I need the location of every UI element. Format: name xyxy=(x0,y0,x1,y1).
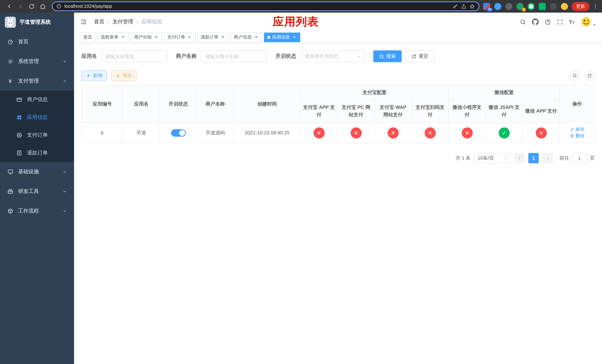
plus-icon xyxy=(86,73,91,78)
refresh-icon xyxy=(412,54,417,59)
tab-close-icon[interactable]: × xyxy=(292,35,297,40)
breadcrumb: 首页 / 支付管理 / 应用信息 xyxy=(94,19,162,25)
edit-button[interactable]: 修改 xyxy=(570,126,585,133)
col-group-wechat: 微信配置 xyxy=(449,85,559,99)
col-header-create-time: 创建时间 xyxy=(234,85,301,122)
tab-user-group[interactable]: 用户分组 × xyxy=(131,32,162,42)
tab-app-info[interactable]: 应用信息 × xyxy=(264,32,300,42)
chrome-update-button[interactable]: 更新 xyxy=(572,2,589,11)
chevron-down-icon xyxy=(63,169,67,174)
col-group-alipay: 支付宝配置 xyxy=(301,85,449,99)
extension-icon-1[interactable]: 10 xyxy=(483,3,490,10)
status-toggle[interactable] xyxy=(171,129,186,137)
extension-icon-6[interactable] xyxy=(550,3,557,10)
bookmark-star-icon[interactable] xyxy=(469,3,475,9)
active-tab-dot xyxy=(267,36,270,39)
page-content: 应用名 商户名称 开启状态 请选择开启状态 xyxy=(74,44,602,364)
tab-home[interactable]: 首页 xyxy=(80,32,96,42)
wechat-extension-icon[interactable] xyxy=(527,3,535,10)
extension-icon-4[interactable]: 1 xyxy=(516,3,524,10)
extension-icon-3[interactable] xyxy=(505,3,512,10)
export-button[interactable]: 导出 xyxy=(111,70,137,81)
dashboard-icon xyxy=(7,39,13,45)
reload-icon[interactable] xyxy=(27,1,36,11)
browser-menu-icon[interactable] xyxy=(592,3,598,9)
merchant-name-label: 商户名称 xyxy=(176,53,197,60)
address-bar[interactable]: localhost:1024/pay/app xyxy=(52,1,479,11)
alipay-qr-status-icon: ✕ xyxy=(424,127,436,138)
trash-icon xyxy=(570,134,574,138)
sidebar-item-merchant-info[interactable]: 商户信息 xyxy=(0,91,74,108)
breadcrumb-payment[interactable]: 支付管理 xyxy=(113,19,133,25)
fullscreen-icon[interactable] xyxy=(557,19,563,25)
search-icon[interactable] xyxy=(520,19,526,25)
sidebar-item-refund-orders[interactable]: 退款订单 xyxy=(0,144,74,162)
merchant-name-input[interactable] xyxy=(201,50,267,62)
app-logo[interactable]: 芋道管理系统 xyxy=(0,13,74,32)
document-icon xyxy=(16,150,22,156)
home-icon[interactable] xyxy=(38,1,47,11)
prev-page-button[interactable] xyxy=(514,153,525,163)
tab-close-icon[interactable]: × xyxy=(154,35,159,40)
add-button[interactable]: 新增 xyxy=(81,70,107,81)
share-icon[interactable] xyxy=(461,3,466,9)
sidebar-item-app-info[interactable]: 应用信息 xyxy=(0,108,74,126)
tab-close-icon[interactable]: × xyxy=(187,35,192,40)
col-header-status: 开启状态 xyxy=(160,85,197,122)
tab-pay-orders[interactable]: 支付订单 × xyxy=(164,32,195,42)
url-text[interactable]: localhost:1024/pay/app xyxy=(64,4,112,9)
tab-close-icon[interactable]: × xyxy=(220,35,226,40)
profile-face-icon[interactable] xyxy=(561,3,568,10)
search-button[interactable]: 搜索 xyxy=(373,50,402,62)
breadcrumb-separator: / xyxy=(108,19,109,25)
app-name-input[interactable] xyxy=(101,50,168,62)
collapse-sidebar-icon[interactable] xyxy=(80,18,87,26)
sidebar-item-home[interactable]: 首页 xyxy=(0,32,74,52)
alipay-pc-status-icon: ✕ xyxy=(350,127,362,138)
page-size-select[interactable]: 10条/页 xyxy=(474,153,511,163)
extension-icon-5[interactable] xyxy=(539,3,546,10)
wx-jsapi-status-icon: ✓ xyxy=(498,127,510,138)
tab-process-form[interactable]: 流程表单 × xyxy=(97,32,129,42)
logo-avatar xyxy=(5,17,16,28)
reset-button[interactable]: 重置 xyxy=(406,50,434,62)
status-select[interactable]: 请选择开启状态 xyxy=(300,50,365,62)
sidebar-item-payment[interactable]: ¥ 支付管理 xyxy=(0,71,74,91)
toggle-search-button[interactable] xyxy=(570,71,580,81)
tab-refund-orders[interactable]: 退款订单 × xyxy=(197,32,229,42)
refresh-table-button[interactable] xyxy=(585,71,595,81)
extensions-cluster: 10 1 xyxy=(483,3,568,10)
sidebar-item-pay-orders[interactable]: 支付订单 xyxy=(0,126,74,144)
breadcrumb-home[interactable]: 首页 xyxy=(94,19,104,25)
goto-page-input[interactable] xyxy=(572,153,587,163)
alipay-app-status-icon: ✕ xyxy=(313,127,324,138)
tab-close-icon[interactable]: × xyxy=(120,35,126,40)
wx-lite-status-icon: ✕ xyxy=(462,127,473,138)
sidebar-item-dev-tools[interactable]: 研发工具 xyxy=(0,182,74,201)
delete-button[interactable]: 删除 xyxy=(570,133,585,139)
refresh-icon xyxy=(587,73,592,78)
back-icon[interactable] xyxy=(4,1,14,11)
tab-close-icon[interactable]: × xyxy=(254,35,259,40)
coin-icon xyxy=(16,132,22,138)
sidebar-item-workflow[interactable]: 工作流程 xyxy=(0,201,74,221)
sidebar-item-system[interactable]: 系统管理 xyxy=(0,52,74,71)
font-size-icon[interactable]: TT xyxy=(569,19,575,25)
user-menu[interactable] xyxy=(580,16,596,27)
page-info-icon[interactable] xyxy=(56,4,62,9)
github-icon[interactable] xyxy=(532,19,538,25)
extension-icon-2[interactable] xyxy=(494,3,501,10)
cell-app-id: 6 xyxy=(82,122,123,143)
help-icon[interactable] xyxy=(544,19,551,25)
tab-merchant-info[interactable]: 商户信息 × xyxy=(231,32,262,42)
sidebar-item-infrastructure[interactable]: 基础设施 xyxy=(0,162,74,182)
next-page-button[interactable] xyxy=(542,153,553,163)
password-key-icon[interactable] xyxy=(452,3,458,9)
extension-badge: 1 xyxy=(522,8,526,11)
page-number-1[interactable]: 1 xyxy=(528,153,539,163)
breadcrumb-separator: / xyxy=(137,19,138,25)
forward-icon[interactable] xyxy=(16,1,25,11)
app-title: 芋道管理系统 xyxy=(20,19,51,26)
col-header-actions: 操作 xyxy=(559,85,595,122)
col-header-merchant: 商户名称 xyxy=(197,85,234,122)
